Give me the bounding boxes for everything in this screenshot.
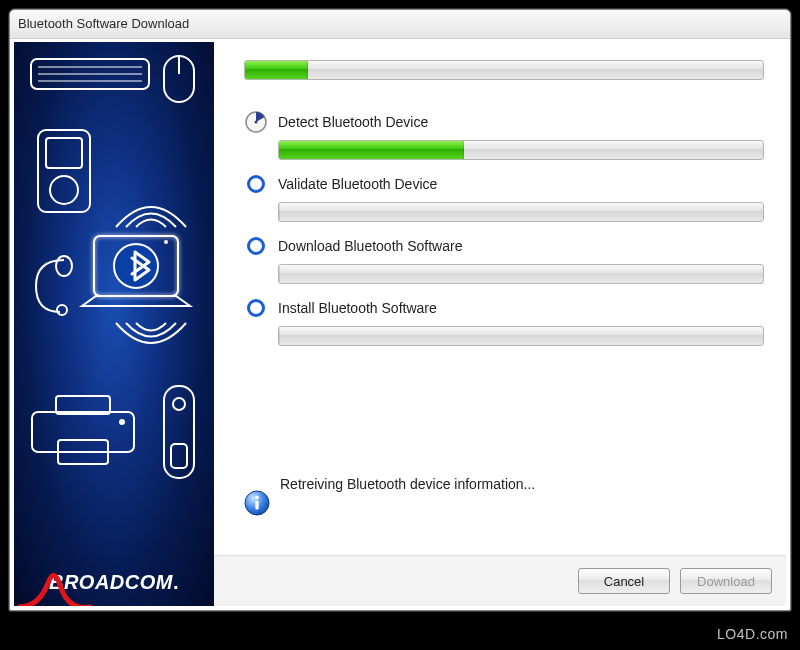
download-button: Download [680,568,772,594]
step-progress-bar [278,264,764,284]
step-label: Validate Bluetooth Device [278,176,437,192]
step-progress-bar [278,140,764,160]
status-text: Retreiving Bluetooth device information.… [280,476,535,492]
window-titlebar[interactable]: Bluetooth Software Download [10,10,790,39]
brand-suffix: . [173,571,179,593]
step-label: Detect Bluetooth Device [278,114,428,130]
svg-point-8 [50,176,78,204]
svg-point-25 [255,496,259,500]
dialog-body: BROADCOM. [14,42,786,606]
step-label: Install Bluetooth Software [278,300,437,316]
media-player-icon [36,128,92,214]
svg-point-14 [164,240,168,244]
brand-wave-icon [14,571,134,606]
info-icon [244,490,270,516]
step-progress-fill [279,265,280,283]
keyboard-icon [30,58,150,96]
svg-point-18 [119,419,125,425]
overall-progress-fill [245,61,308,79]
svg-point-20 [173,398,185,410]
step-progress-bar [278,202,764,222]
pending-step-icon [244,296,268,320]
main-panel: Detect Bluetooth Device Validate Bluetoo… [214,42,786,606]
headset-icon [26,252,76,322]
clock-progress-icon [244,110,268,134]
svg-rect-26 [255,501,258,510]
window-title: Bluetooth Software Download [18,16,189,31]
step-download: Download Bluetooth Software [244,232,764,284]
remote-icon [162,384,196,480]
status-row: Retreiving Bluetooth device information.… [244,476,764,516]
svg-point-10 [57,305,67,315]
signal-arcs-bottom-icon [106,318,196,368]
pending-step-icon [244,172,268,196]
svg-rect-15 [32,412,134,452]
printer-icon [28,392,138,468]
step-install: Install Bluetooth Software [244,294,764,346]
svg-rect-7 [46,138,82,168]
step-progress-fill [279,327,280,345]
svg-rect-21 [171,444,187,468]
brand-logo: BROADCOM. [14,571,214,594]
bluetooth-laptop-icon [76,230,196,322]
step-progress-fill [279,141,464,159]
svg-rect-19 [164,386,194,478]
sidebar-illustration: BROADCOM. [14,42,214,606]
pending-step-icon [244,234,268,258]
canvas: Bluetooth Software Download [0,0,800,650]
mouse-icon [162,54,196,104]
cancel-button[interactable]: Cancel [578,568,670,594]
dialog-footer: Cancel Download [214,555,786,606]
step-progress-fill [279,203,280,221]
signal-arcs-top-icon [106,182,196,232]
overall-progress-bar [244,60,764,80]
step-validate: Validate Bluetooth Device [244,170,764,222]
step-label: Download Bluetooth Software [278,238,462,254]
watermark-text: LO4D.com [717,626,788,642]
step-detect: Detect Bluetooth Device [244,108,764,160]
step-progress-bar [278,326,764,346]
installer-dialog: Bluetooth Software Download [9,9,791,611]
svg-point-23 [255,121,258,124]
